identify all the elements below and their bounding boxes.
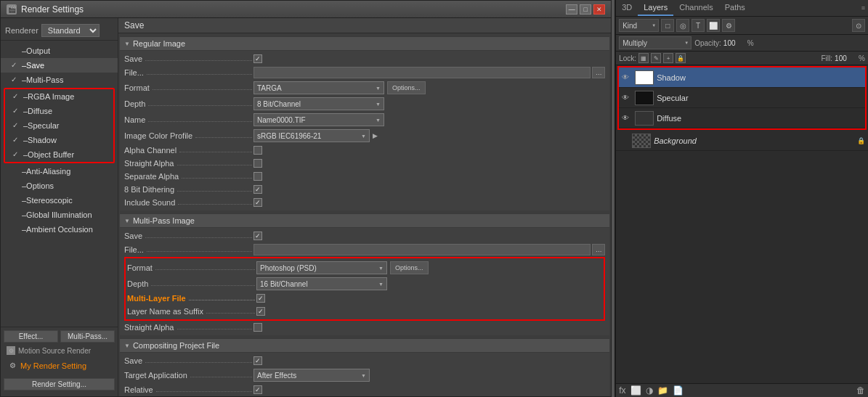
sidebar-item-save[interactable]: ✓ –Save — [1, 58, 118, 73]
delete-layer-icon[interactable]: 🗑 — [856, 385, 865, 396]
comp-relative-row: Relative — [124, 383, 605, 396]
eye-diffuse[interactable]: 👁 — [622, 114, 632, 122]
label-comp-relative: Relative — [124, 385, 253, 394]
profile-dropdown[interactable]: sRGB IEC61966-21 — [253, 129, 370, 142]
depth-dropdown[interactable]: 8 Bit/Channel — [253, 97, 384, 110]
eye-specular[interactable]: 👁 — [622, 94, 632, 102]
checkbox-dithering[interactable] — [253, 185, 262, 194]
tab-paths[interactable]: Paths — [719, 0, 751, 16]
sidebar-label-shadow: –Shadow — [23, 134, 57, 146]
mp-format-dropdown[interactable]: Photoshop (PSD) — [256, 261, 387, 274]
multipass-image-header[interactable]: Multi-Pass Image — [120, 213, 609, 228]
check-shadow: ✓ — [12, 134, 21, 146]
ps-layers-list: 👁 Shadow 👁 Specular 👁 Diffuse Background… — [616, 65, 868, 383]
sidebar-item-options[interactable]: –Options — [1, 179, 118, 193]
add-mask-icon[interactable]: ⬜ — [630, 385, 641, 396]
motion-source-label: Motion Source Render — [18, 347, 91, 355]
compositing-title: Compositing Project File — [133, 341, 219, 350]
sidebar-item-objectbuffer[interactable]: ✓ –Object Buffer — [5, 147, 113, 162]
regular-image-header[interactable]: Regular Image — [120, 36, 609, 51]
tab-layers[interactable]: Layers — [638, 0, 673, 16]
mp-file-browse-button[interactable]: … — [592, 244, 605, 255]
filter-type-icon[interactable]: T — [691, 19, 705, 32]
thumb-background — [632, 134, 651, 148]
filter-pixel-icon[interactable]: □ — [661, 19, 674, 32]
checkbox-mp-straight-alpha[interactable] — [253, 323, 262, 332]
multipass-button[interactable]: Multi-Pass... — [60, 330, 115, 343]
sidebar-label-output: –Output — [22, 45, 50, 57]
check-objectbuffer: ✓ — [12, 149, 21, 160]
mp-format-options-button[interactable]: Options... — [390, 261, 429, 274]
blend-mode-select[interactable]: Multiply — [619, 36, 691, 49]
fill-value[interactable]: 100 — [835, 54, 856, 62]
maximize-button[interactable]: □ — [580, 4, 591, 15]
lock-position-icon[interactable]: ✎ — [651, 53, 661, 63]
adjustment-icon[interactable]: ◑ — [646, 385, 653, 396]
file-browse-button[interactable]: … — [592, 67, 605, 78]
mp-depth-row: Depth 16 Bit/Channel — [127, 276, 602, 292]
checkbox-sound[interactable] — [253, 198, 262, 207]
sidebar-bottom: Effect... Multi-Pass... ⚙ Motion Source … — [1, 327, 118, 393]
sidebar-item-shadow[interactable]: ✓ –Shadow — [5, 133, 113, 147]
kind-dropdown[interactable]: Kind — [619, 19, 659, 32]
label-name: Name — [124, 115, 253, 124]
eye-shadow[interactable]: 👁 — [622, 73, 632, 81]
checkbox-relative[interactable] — [253, 385, 262, 394]
checkbox-mp-save[interactable] — [253, 232, 262, 240]
lock-all-icon[interactable]: 🔒 — [676, 53, 686, 63]
sidebar-label-ao: –Ambient Occlusion — [22, 224, 93, 235]
lock-pixel-icon[interactable]: ▦ — [638, 53, 649, 63]
sidebar-item-stereo[interactable]: –Stereoscopic — [1, 193, 118, 208]
fx-icon[interactable]: fx — [619, 385, 625, 396]
checkbox-alpha[interactable] — [253, 146, 262, 155]
filter-shape-icon[interactable]: ⬜ — [707, 19, 720, 32]
sidebar-item-antialiasing[interactable]: –Anti-Aliasing — [1, 164, 118, 179]
effect-button[interactable]: Effect... — [4, 330, 58, 343]
layer-diffuse[interactable]: 👁 Diffuse — [619, 108, 865, 128]
filter-adjust-icon[interactable]: ◎ — [676, 19, 689, 32]
renderer-select[interactable]: Standard — [41, 24, 100, 37]
filter-toggle-icon[interactable]: ⊙ — [852, 19, 865, 32]
tab-3d[interactable]: 3D — [616, 0, 638, 16]
format-dropdown[interactable]: TARGA — [253, 81, 384, 94]
opacity-value[interactable]: 100 — [723, 39, 745, 47]
sidebar-item-diffuse[interactable]: ✓ –Diffuse — [5, 104, 113, 118]
render-settings-window: 🎬 Render Settings — □ ✕ Renderer Standar… — [0, 0, 612, 397]
group-icon[interactable]: 📁 — [657, 385, 668, 396]
sidebar-item-gi[interactable]: –Global Illumination — [1, 208, 118, 222]
minimize-button[interactable]: — — [566, 4, 577, 15]
opacity-label: Opacity: — [694, 39, 721, 47]
target-dropdown[interactable]: After Effects — [253, 369, 370, 382]
checkbox-save[interactable] — [253, 54, 262, 63]
mp-depth-dropdown[interactable]: 16 Bit/Channel — [256, 277, 387, 290]
format-options-button[interactable]: Options... — [387, 81, 426, 94]
lock-artboard-icon[interactable]: + — [663, 53, 673, 63]
file-input[interactable] — [253, 67, 591, 78]
mp-file-input[interactable] — [253, 244, 591, 255]
my-render-setting[interactable]: ⚙ My Render Setting — [4, 359, 115, 373]
sidebar-item-rgba[interactable]: ✓ –RGBA Image — [5, 89, 113, 104]
name-dropdown[interactable]: Name0000.TIF — [253, 113, 384, 126]
layer-specular[interactable]: 👁 Specular — [619, 88, 865, 108]
compositing-header[interactable]: Compositing Project File — [120, 338, 609, 353]
panel-collapse-button[interactable]: ≡ — [859, 3, 868, 13]
checkbox-sep-alpha[interactable] — [253, 172, 262, 181]
checkbox-comp-save[interactable] — [253, 356, 262, 365]
tab-channels[interactable]: Channels — [673, 0, 718, 16]
sidebar-item-multipass[interactable]: ✓ –Multi-Pass — [1, 73, 118, 87]
sidebar-item-specular[interactable]: ✓ –Specular — [5, 118, 113, 133]
layer-shadow[interactable]: 👁 Shadow — [619, 67, 865, 88]
checkbox-multilayer[interactable] — [256, 294, 265, 303]
comp-save-row: Save — [124, 354, 605, 367]
render-setting-button[interactable]: Render Setting... — [4, 378, 115, 390]
sidebar-item-output[interactable]: –Output — [1, 44, 118, 58]
sidebar-label-specular: –Specular — [23, 120, 60, 131]
checkbox-straight-alpha[interactable] — [253, 159, 262, 168]
my-render-label: My Render Setting — [20, 360, 86, 372]
close-button[interactable]: ✕ — [593, 4, 605, 15]
checkbox-layername[interactable] — [256, 307, 265, 316]
add-layer-icon[interactable]: 📄 — [673, 385, 684, 396]
sidebar-item-ao[interactable]: –Ambient Occlusion — [1, 222, 118, 237]
filter-smart-icon[interactable]: ⚙ — [722, 19, 735, 32]
layer-background[interactable]: Background 🔒 — [616, 131, 868, 151]
